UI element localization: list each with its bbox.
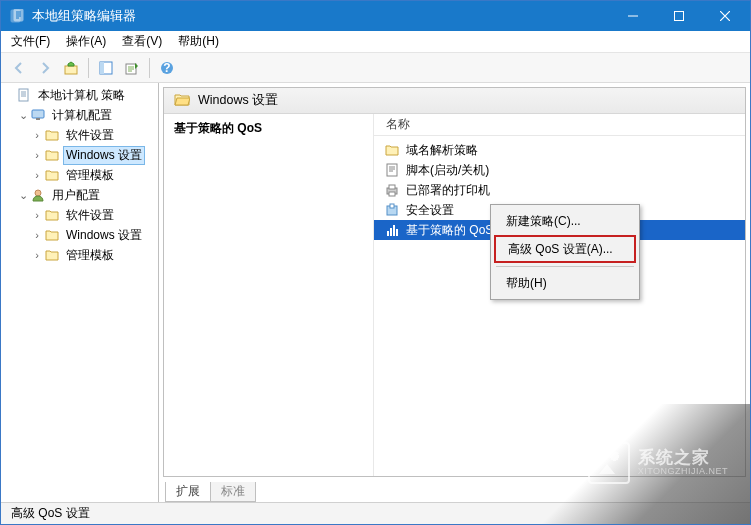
security-icon [384,202,400,218]
qos-icon [384,222,400,238]
folder-icon [44,127,60,143]
tree-software-settings[interactable]: › 软件设置 [1,125,158,145]
tree-label: 软件设置 [63,206,117,225]
expand-icon[interactable]: › [31,209,43,221]
tree-label: 计算机配置 [49,106,115,125]
expand-icon[interactable]: › [31,169,43,181]
tree-software-settings[interactable]: › 软件设置 [1,205,158,225]
svg-point-12 [35,190,41,196]
workspace: 本地计算机 策略 ⌄ 计算机配置 › 软件设置 › Windows 设置 › 管… [1,83,750,502]
help-button[interactable]: ? [155,56,179,80]
toolbar-separator [88,58,89,78]
folder-icon [44,207,60,223]
ctx-new-policy[interactable]: 新建策略(C)... [494,208,636,234]
list-item-scripts[interactable]: 脚本(启动/关机) [374,160,745,180]
tree-admin-templates[interactable]: › 管理模板 [1,165,158,185]
svg-text:?: ? [163,61,170,75]
svg-rect-13 [387,164,397,176]
svg-rect-10 [32,110,44,118]
menu-help[interactable]: 帮助(H) [170,30,227,53]
menu-action[interactable]: 操作(A) [58,30,114,53]
list-item-label: 域名解析策略 [406,142,478,159]
folder-icon [384,142,400,158]
svg-rect-3 [65,66,77,74]
expand-icon[interactable]: › [31,129,43,141]
app-icon [9,8,25,24]
expand-icon[interactable]: › [31,149,43,161]
svg-rect-1 [14,9,23,21]
svg-rect-9 [19,89,28,101]
column-header-name[interactable]: 名称 [374,114,745,136]
collapse-icon[interactable]: ⌄ [17,189,29,202]
tree-label: 本地计算机 策略 [35,86,128,105]
title-bar: 本地组策略编辑器 [1,1,750,31]
expand-icon[interactable]: › [31,229,43,241]
list-item-label: 脚本(启动/关机) [406,162,489,179]
status-bar: 高级 QoS 设置 [1,502,750,524]
tree-label: Windows 设置 [63,146,145,165]
export-list-button[interactable] [120,56,144,80]
menu-bar: 文件(F) 操作(A) 查看(V) 帮助(H) [1,31,750,53]
content-header: Windows 设置 [164,88,745,114]
maximize-button[interactable] [656,1,702,31]
svg-rect-21 [393,225,395,236]
computer-icon [30,107,46,123]
ctx-help[interactable]: 帮助(H) [494,270,636,296]
list-item-dns[interactable]: 域名解析策略 [374,140,745,160]
list-item-printers[interactable]: 已部署的打印机 [374,180,745,200]
forward-button[interactable] [33,56,57,80]
show-hide-tree-button[interactable] [94,56,118,80]
close-button[interactable] [702,1,748,31]
folder-icon [44,167,60,183]
tree-pane[interactable]: 本地计算机 策略 ⌄ 计算机配置 › 软件设置 › Windows 设置 › 管… [1,83,159,502]
svg-rect-19 [387,231,389,236]
tree-label: Windows 设置 [63,226,145,245]
svg-rect-15 [389,185,395,189]
tree-root[interactable]: 本地计算机 策略 [1,85,158,105]
folder-icon [44,227,60,243]
svg-rect-5 [100,62,104,74]
list-item-label: 安全设置 [406,202,454,219]
tree-user-config[interactable]: ⌄ 用户配置 [1,185,158,205]
folder-icon [44,147,60,163]
svg-rect-16 [389,192,395,196]
policy-icon [16,87,32,103]
footer-tabs: 扩展 标准 [159,480,750,502]
printer-icon [384,182,400,198]
script-icon [384,162,400,178]
tab-extended[interactable]: 扩展 [165,482,211,502]
list-item-label: 基于策略的 QoS [406,222,493,239]
menu-file[interactable]: 文件(F) [3,30,58,53]
back-button[interactable] [7,56,31,80]
tree-admin-templates[interactable]: › 管理模板 [1,245,158,265]
detail-caption: 基于策略的 QoS [174,120,363,137]
ctx-separator [496,266,634,267]
status-text: 高级 QoS 设置 [11,505,90,522]
up-button[interactable] [59,56,83,80]
tree-label: 软件设置 [63,126,117,145]
minimize-button[interactable] [610,1,656,31]
expand-icon[interactable]: › [31,249,43,261]
svg-rect-18 [390,204,394,208]
tree-computer-config[interactable]: ⌄ 计算机配置 [1,105,158,125]
toolbar: ? [1,53,750,83]
toolbar-separator [149,58,150,78]
svg-rect-11 [36,118,40,120]
user-icon [30,187,46,203]
tree-windows-settings[interactable]: › Windows 设置 [1,225,158,245]
right-pane: Windows 设置 基于策略的 QoS 名称 域名解析策略 [158,83,750,502]
list-panel: 名称 域名解析策略 脚本(启动/关机) 已部署的打印机 [374,114,745,476]
window-title: 本地组策略编辑器 [32,8,610,25]
tree-label: 管理模板 [63,166,117,185]
ctx-advanced-qos[interactable]: 高级 QoS 设置(A)... [494,235,636,263]
tree-label: 管理模板 [63,246,117,265]
folder-open-icon [174,92,190,109]
collapse-icon[interactable]: ⌄ [17,109,29,122]
svg-rect-2 [675,12,684,21]
svg-rect-22 [396,229,398,236]
tree-windows-settings[interactable]: › Windows 设置 [1,145,158,165]
window-controls [610,1,748,31]
menu-view[interactable]: 查看(V) [114,30,170,53]
detail-panel: 基于策略的 QoS [164,114,374,476]
tab-standard[interactable]: 标准 [210,482,256,502]
